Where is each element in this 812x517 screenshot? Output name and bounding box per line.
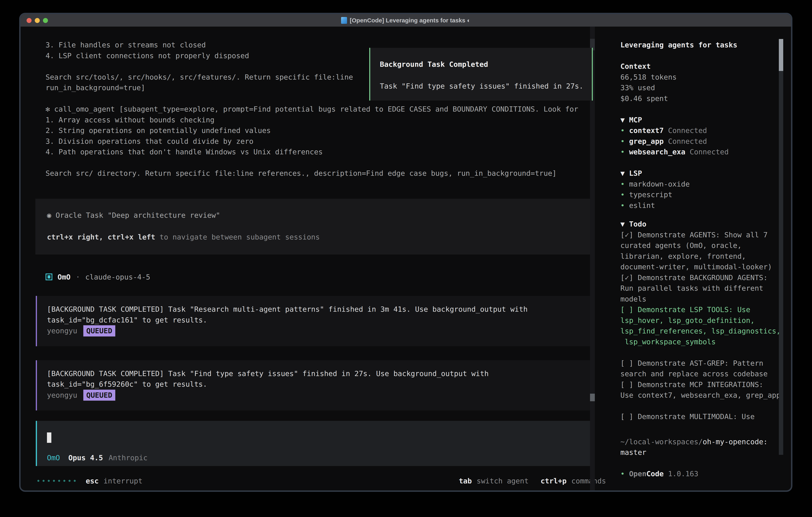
mcp-section-header[interactable]: ▼ MCP bbox=[620, 114, 791, 125]
tool-call-line: ✻ call_omo_agent [subagent_type=explore,… bbox=[46, 104, 606, 114]
message-line: 1. Array access without bounds checking bbox=[46, 114, 606, 125]
todo-pending-line: search and replace across codebase bbox=[620, 369, 791, 379]
ctrlp-key-label: commands bbox=[572, 475, 606, 486]
user-name: yeongyu bbox=[47, 327, 77, 335]
chat-pane: 3. File handles or streams not closed 4.… bbox=[21, 27, 606, 490]
spinner-icon: ✻ bbox=[46, 105, 50, 113]
todo-done-line: document-writer, multimodal-looker) bbox=[620, 262, 791, 272]
minimize-button[interactable] bbox=[35, 18, 40, 23]
agent-model: claude-opus-4-5 bbox=[85, 272, 150, 282]
terminal-window: [OpenCode] Leveraging agents for tasks ◐… bbox=[19, 13, 792, 492]
todo-done-line: librarian, explore, frontend, bbox=[620, 251, 791, 262]
green-dot-icon: • bbox=[620, 191, 625, 199]
todo-pending-line: [ ] Demonstrate AST-GREP: Pattern bbox=[620, 358, 791, 369]
todo-pending-line: [ ] Demonstrate MULTIMODAL: Use bbox=[620, 411, 791, 422]
oracle-task-title: ◉ Oracle Task "Deep architecture review" bbox=[47, 210, 592, 221]
ctrlp-key-hint: ctrl+p bbox=[541, 475, 567, 486]
input-provider-name: Anthropic bbox=[109, 453, 147, 463]
tab-key-label: switch agent bbox=[476, 475, 528, 486]
todo-active-line: lsp_hover, lsp_goto_definition, bbox=[620, 315, 791, 326]
mcp-item: • websearch_exa Connected bbox=[620, 146, 791, 157]
oracle-task-card[interactable]: ◉ Oracle Task "Deep architecture review"… bbox=[35, 199, 592, 254]
green-dot-icon: • bbox=[620, 148, 625, 156]
prompt-input[interactable]: OmO Opus 4.5 Anthropic bbox=[36, 421, 592, 466]
separator-dot: · bbox=[76, 272, 80, 282]
status-badge: QUEUED bbox=[83, 325, 115, 336]
agent-header: OmO · claude-opus-4-5 bbox=[46, 272, 606, 282]
context-tokens: 66,518 tokens bbox=[620, 72, 791, 83]
version-line: • OpenCode 1.0.163 bbox=[620, 468, 791, 479]
context-spent: $0.46 spent bbox=[620, 93, 791, 104]
maximize-button[interactable] bbox=[43, 18, 48, 23]
lsp-item: • markdown-oxide bbox=[620, 179, 791, 190]
notification-toast[interactable]: Background Task Completed Task "Find typ… bbox=[369, 48, 593, 101]
lsp-item: • eslint bbox=[620, 200, 791, 211]
todo-done-line: models bbox=[620, 294, 791, 304]
task-text-line: task_id="bg_dcfac161" to get results. bbox=[47, 315, 592, 325]
model-selector[interactable]: OmO Opus 4.5 Anthropic bbox=[47, 453, 592, 463]
background-task-message: [BACKGROUND TASK COMPLETED] Task "Resear… bbox=[36, 296, 592, 346]
todo-active-line: lsp_find_references, lsp_diagnostics, bbox=[620, 326, 791, 336]
notification-body: Task "Find type safety issues" finished … bbox=[380, 81, 592, 91]
mcp-item: • grep_app Connected bbox=[620, 136, 791, 147]
todo-active-line: [ ] Demonstrate LSP TOOLS: Use bbox=[620, 304, 791, 315]
task-text-line: task_id="bg_6f59260c" to get results. bbox=[47, 379, 592, 390]
message-line: 3. Division operations that could divide… bbox=[46, 136, 606, 147]
fisheye-icon: ◉ bbox=[47, 211, 51, 219]
lsp-section-header[interactable]: ▼ LSP bbox=[620, 168, 791, 179]
green-dot-icon: • bbox=[620, 180, 625, 188]
user-name: yeongyu bbox=[47, 391, 77, 399]
omo-agent-icon bbox=[46, 273, 52, 280]
message-line: 4. Path operations that don't handle Win… bbox=[46, 146, 606, 157]
todo-done-line: Run parallel tasks with different bbox=[620, 283, 791, 294]
todo-section-header[interactable]: ▼ Todo bbox=[620, 219, 791, 229]
tab-key-hint: tab bbox=[459, 475, 472, 486]
window-title-text: [OpenCode] Leveraging agents for tasks ◐ bbox=[350, 17, 471, 24]
input-model-name: Opus 4.5 bbox=[68, 453, 103, 463]
sidebar-scrollbar-track[interactable] bbox=[779, 39, 783, 455]
chevron-down-icon: ▼ bbox=[620, 169, 625, 177]
workspace-path: ~/local-workspaces/oh-my-opencode: bbox=[620, 436, 791, 447]
message-line: 2. String operations on potentially unde… bbox=[46, 125, 606, 136]
todo-active-line: lsp_workspace_symbols bbox=[620, 336, 791, 347]
task-meta-line: yeongyuQUEUED bbox=[47, 390, 592, 401]
close-button[interactable] bbox=[27, 18, 32, 23]
text-cursor bbox=[47, 432, 51, 443]
agent-name: OmO bbox=[58, 272, 70, 282]
lsp-item: • typescript bbox=[620, 189, 791, 200]
green-dot-icon: • bbox=[620, 137, 625, 145]
navigation-hint: ctrl+x right, ctrl+x left to navigate be… bbox=[47, 232, 592, 243]
chevron-down-icon: ▼ bbox=[620, 116, 625, 124]
task-text-line: [BACKGROUND TASK COMPLETED] Task "Resear… bbox=[47, 304, 592, 315]
main-scrollbar-thumb[interactable] bbox=[590, 393, 595, 401]
session-title: Leveraging agents for tasks bbox=[620, 39, 791, 50]
title-bar[interactable]: [OpenCode] Leveraging agents for tasks ◐ bbox=[21, 14, 791, 27]
todo-done-line: [✓] Demonstrate AGENTS: Show all 7 bbox=[620, 229, 791, 240]
sidebar-scrollbar-thumb[interactable] bbox=[779, 39, 783, 71]
esc-key-label: interrupt bbox=[104, 475, 142, 486]
sidebar: Leveraging agents for tasks Context 66,5… bbox=[619, 27, 791, 490]
green-dot-icon: • bbox=[620, 470, 625, 478]
green-dot-icon: • bbox=[620, 201, 625, 210]
todo-pending-line: [ ] Demonstrate MCP INTEGRATIONS: bbox=[620, 379, 791, 390]
green-dot-icon: • bbox=[620, 126, 625, 135]
todo-done-line: curated agents (OmO, oracle, bbox=[620, 240, 791, 251]
mcp-item: • context7 Connected bbox=[620, 125, 791, 136]
message-line: Search src/ directory. Return specific f… bbox=[46, 168, 606, 179]
status-badge: QUEUED bbox=[83, 390, 115, 401]
progress-dots-icon bbox=[37, 480, 76, 482]
window-controls bbox=[27, 14, 48, 27]
window-title: [OpenCode] Leveraging agents for tasks ◐ bbox=[341, 17, 471, 24]
notification-title: Background Task Completed bbox=[380, 59, 592, 70]
context-heading: Context bbox=[620, 61, 791, 72]
document-icon bbox=[341, 17, 347, 24]
workspace-branch: master bbox=[620, 447, 791, 458]
todo-done-line: [✓] Demonstrate BACKGROUND AGENTS: bbox=[620, 272, 791, 283]
chevron-down-icon: ▼ bbox=[620, 220, 625, 228]
esc-key-hint: esc bbox=[86, 475, 99, 486]
status-bar: esc interrupt tab switch agent ctrl+p co… bbox=[37, 475, 606, 486]
input-agent-name: OmO bbox=[47, 453, 60, 463]
background-task-message: [BACKGROUND TASK COMPLETED] Task "Find t… bbox=[36, 360, 592, 411]
task-text-line: [BACKGROUND TASK COMPLETED] Task "Find t… bbox=[47, 368, 592, 379]
desktop: [OpenCode] Leveraging agents for tasks ◐… bbox=[0, 0, 812, 517]
